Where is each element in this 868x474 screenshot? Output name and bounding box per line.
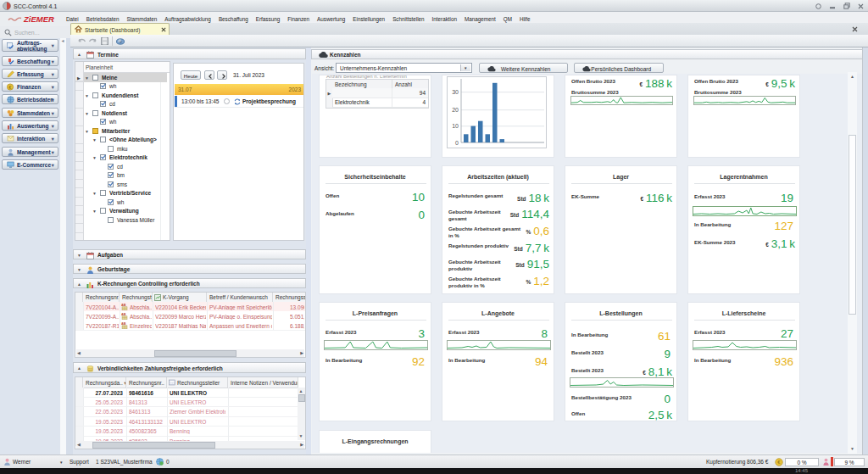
svg-text:10: 10: [452, 123, 459, 129]
svg-text:20: 20: [452, 107, 459, 113]
svg-text:0: 0: [455, 140, 459, 146]
svg-text:30: 30: [452, 89, 459, 95]
